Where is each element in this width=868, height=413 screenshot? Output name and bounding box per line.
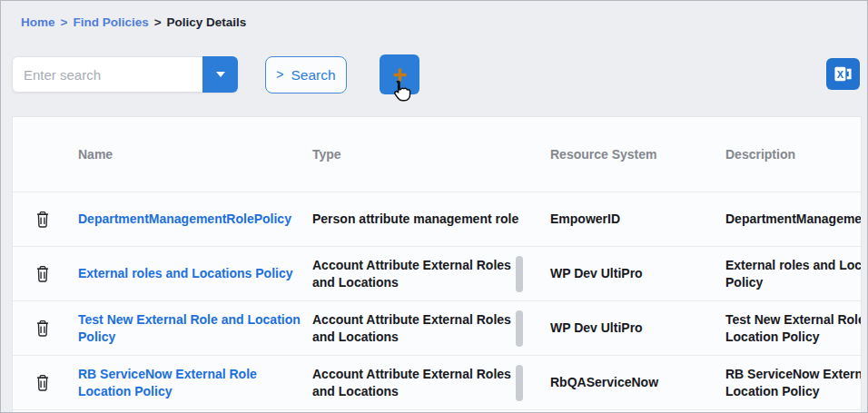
policy-type: Account Attribute External Roles and Loc… — [312, 366, 526, 398]
excel-export-icon: X — [833, 64, 853, 84]
policy-name-link[interactable]: Test New External Role and Location Poli… — [78, 311, 312, 344]
chevron-right-icon: > — [276, 67, 283, 82]
breadcrumb-find-policies[interactable]: Find Policies — [73, 15, 148, 29]
breadcrumb-separator: > — [61, 15, 68, 29]
cell-scrollbar-thumb[interactable] — [516, 256, 523, 292]
export-excel-button[interactable]: X — [826, 58, 860, 90]
delete-policy-button[interactable] — [13, 374, 78, 392]
resource-system: WP Dev UltiPro — [550, 320, 725, 336]
resource-system: EmpowerID — [550, 211, 725, 227]
trash-icon — [35, 320, 51, 338]
policy-type: Person attribute management role — [312, 211, 518, 227]
add-policy-button[interactable] — [380, 54, 419, 94]
resource-system: WP Dev UltiPro — [550, 265, 725, 281]
trash-icon — [35, 211, 51, 229]
policy-description: RB ServiceNow External Role Location Pol… — [725, 366, 862, 398]
table-row: External roles and Locations Policy Acco… — [13, 246, 862, 300]
policy-type: Account Attribute External Roles and Loc… — [312, 311, 526, 344]
caret-down-icon — [216, 72, 225, 77]
search-button-label: Search — [291, 67, 336, 84]
breadcrumb-home[interactable]: Home — [21, 15, 55, 29]
trash-icon — [35, 374, 51, 392]
policy-name-link[interactable]: DepartmentManagementRolePolicy — [78, 211, 312, 227]
trash-icon — [35, 265, 51, 283]
delete-policy-button[interactable] — [13, 265, 78, 283]
page: Home > Find Policies > Policy Details > … — [0, 0, 868, 413]
search-button[interactable]: > Search — [265, 56, 347, 93]
search-options-dropdown[interactable] — [202, 56, 238, 93]
table-row: RB ServiceNow External Role Location Pol… — [13, 355, 862, 409]
cell-scrollbar-thumb[interactable] — [516, 310, 523, 347]
breadcrumb-separator: > — [154, 15, 162, 29]
policy-name-link[interactable]: External roles and Locations Policy — [78, 265, 312, 281]
breadcrumb: Home > Find Policies > Policy Details — [21, 15, 246, 29]
delete-policy-button[interactable] — [13, 211, 78, 229]
column-header-name: Name — [78, 147, 312, 162]
table-row-partial — [13, 409, 862, 413]
search-group — [12, 56, 238, 93]
column-header-type: Type — [312, 147, 550, 162]
policy-name-link[interactable]: RB ServiceNow External Role Location Pol… — [78, 366, 312, 398]
cell-scrollbar-thumb[interactable] — [516, 365, 523, 401]
column-header-description: Description — [725, 147, 862, 162]
table-header-row: Name Type Resource System Description — [13, 117, 862, 192]
policies-table: Name Type Resource System Description De… — [12, 116, 862, 413]
policy-description: Test New External Role and Location Poli… — [725, 311, 862, 344]
table-row: Test New External Role and Location Poli… — [13, 300, 862, 355]
table-row: DepartmentManagementRolePolicy Person at… — [13, 192, 862, 246]
plus-icon — [392, 67, 408, 83]
breadcrumb-current-page: Policy Details — [167, 15, 247, 29]
policy-description: External roles and Locations Policy — [725, 257, 862, 290]
search-input[interactable] — [12, 56, 202, 93]
column-header-resource-system: Resource System — [550, 147, 725, 162]
delete-policy-button[interactable] — [13, 320, 78, 338]
svg-text:X: X — [837, 69, 844, 80]
resource-system: RbQAServiceNow — [550, 374, 725, 390]
policy-description: DepartmentManagementRolePolicy — [725, 211, 862, 227]
policy-type: Account Attribute External Roles and Loc… — [312, 257, 526, 290]
